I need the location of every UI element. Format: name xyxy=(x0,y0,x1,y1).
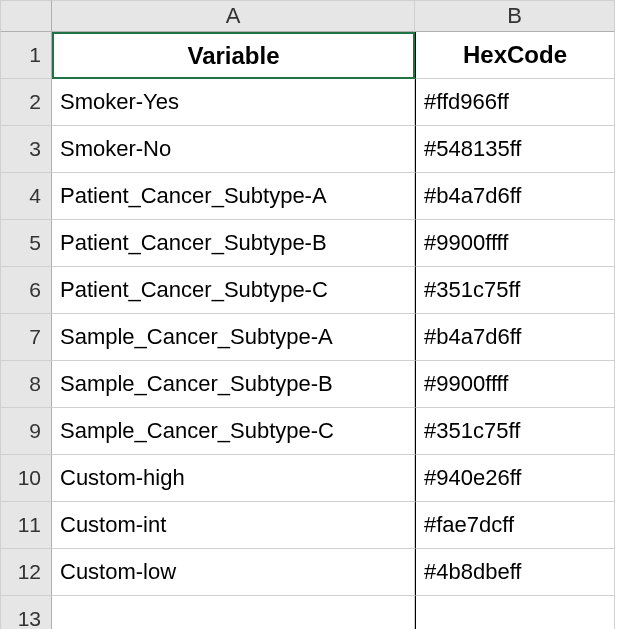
cell-a10[interactable]: Custom-high xyxy=(52,455,415,502)
cell-a8[interactable]: Sample_Cancer_Subtype-B xyxy=(52,361,415,408)
row-header-5[interactable]: 5 xyxy=(0,220,52,267)
row-header-13[interactable]: 13 xyxy=(0,596,52,629)
row-header-4[interactable]: 4 xyxy=(0,173,52,220)
select-all-corner[interactable] xyxy=(0,0,52,32)
spreadsheet-grid[interactable]: A B 1 Variable HexCode 2 Smoker-Yes #ffd… xyxy=(0,0,617,629)
row-header-9[interactable]: 9 xyxy=(0,408,52,455)
row-header-11[interactable]: 11 xyxy=(0,502,52,549)
cell-b13[interactable] xyxy=(415,596,615,629)
cell-b6[interactable]: #351c75ff xyxy=(415,267,615,314)
row-header-10[interactable]: 10 xyxy=(0,455,52,502)
cell-a12[interactable]: Custom-low xyxy=(52,549,415,596)
cell-b1[interactable]: HexCode xyxy=(415,32,615,79)
cell-b12[interactable]: #4b8dbeff xyxy=(415,549,615,596)
cell-a11[interactable]: Custom-int xyxy=(52,502,415,549)
row-header-12[interactable]: 12 xyxy=(0,549,52,596)
cell-b5[interactable]: #9900ffff xyxy=(415,220,615,267)
cell-a13[interactable] xyxy=(52,596,415,629)
row-header-8[interactable]: 8 xyxy=(0,361,52,408)
column-header-a[interactable]: A xyxy=(52,0,415,32)
cell-a9[interactable]: Sample_Cancer_Subtype-C xyxy=(52,408,415,455)
cell-b8[interactable]: #9900ffff xyxy=(415,361,615,408)
cell-b11[interactable]: #fae7dcff xyxy=(415,502,615,549)
cell-b7[interactable]: #b4a7d6ff xyxy=(415,314,615,361)
cell-b3[interactable]: #548135ff xyxy=(415,126,615,173)
cell-b10[interactable]: #940e26ff xyxy=(415,455,615,502)
cell-b2[interactable]: #ffd966ff xyxy=(415,79,615,126)
cell-b4[interactable]: #b4a7d6ff xyxy=(415,173,615,220)
row-header-2[interactable]: 2 xyxy=(0,79,52,126)
cell-a6[interactable]: Patient_Cancer_Subtype-C xyxy=(52,267,415,314)
cell-a1[interactable]: Variable xyxy=(52,32,415,79)
row-header-1[interactable]: 1 xyxy=(0,32,52,79)
row-header-7[interactable]: 7 xyxy=(0,314,52,361)
column-header-b[interactable]: B xyxy=(415,0,615,32)
row-header-6[interactable]: 6 xyxy=(0,267,52,314)
cell-b9[interactable]: #351c75ff xyxy=(415,408,615,455)
cell-a3[interactable]: Smoker-No xyxy=(52,126,415,173)
cell-a2[interactable]: Smoker-Yes xyxy=(52,79,415,126)
cell-a4[interactable]: Patient_Cancer_Subtype-A xyxy=(52,173,415,220)
row-header-3[interactable]: 3 xyxy=(0,126,52,173)
cell-a7[interactable]: Sample_Cancer_Subtype-A xyxy=(52,314,415,361)
cell-a5[interactable]: Patient_Cancer_Subtype-B xyxy=(52,220,415,267)
